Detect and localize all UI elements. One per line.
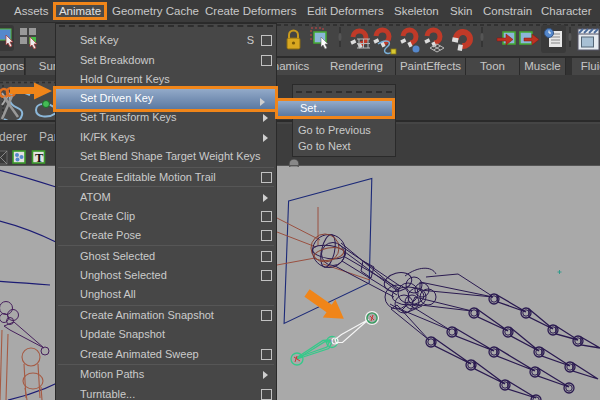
svg-text:T: T — [35, 151, 44, 165]
